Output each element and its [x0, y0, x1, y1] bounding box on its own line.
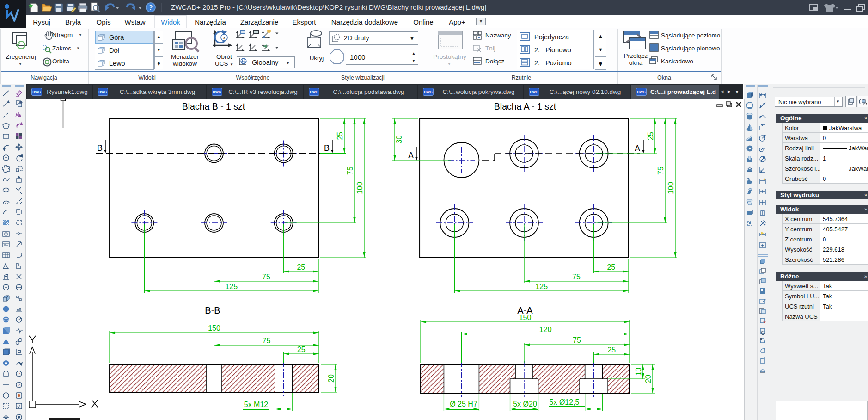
- svg-text:x: x: [223, 35, 226, 40]
- svg-text:150: 150: [208, 324, 220, 332]
- svg-text:30: 30: [395, 136, 403, 144]
- svg-text:25: 25: [336, 132, 344, 140]
- svg-text:75: 75: [572, 273, 581, 281]
- svg-text:B: B: [97, 143, 103, 153]
- svg-text:20: 20: [644, 375, 652, 383]
- svg-text:A: A: [635, 144, 640, 153]
- svg-text:5x Ø20: 5x Ø20: [513, 400, 537, 408]
- svg-text:?: ?: [18, 383, 20, 387]
- svg-text:25: 25: [297, 263, 305, 271]
- svg-text:100: 100: [356, 182, 364, 194]
- svg-text:75: 75: [263, 337, 271, 345]
- svg-text:Blacha A - 1 szt: Blacha A - 1 szt: [494, 101, 556, 111]
- svg-text:?: ?: [149, 4, 153, 11]
- svg-text:Blacha B - 1 szt: Blacha B - 1 szt: [182, 101, 245, 111]
- svg-text:75: 75: [262, 273, 270, 281]
- svg-text:75: 75: [657, 167, 665, 175]
- svg-text:25: 25: [647, 132, 654, 140]
- svg-text:25: 25: [607, 263, 615, 271]
- svg-text:125: 125: [535, 283, 548, 290]
- svg-text:75: 75: [573, 336, 581, 344]
- svg-text:20: 20: [327, 374, 335, 383]
- svg-text:B-B: B-B: [205, 305, 220, 315]
- svg-text:B: B: [324, 143, 330, 153]
- svg-text:P: P: [18, 372, 20, 376]
- svg-text:125: 125: [225, 283, 238, 290]
- svg-text:150: 150: [519, 314, 532, 321]
- svg-text:25: 25: [607, 346, 616, 354]
- svg-text:25: 25: [297, 346, 306, 353]
- svg-text:120: 120: [539, 326, 552, 334]
- svg-text:Ø 25 H7: Ø 25 H7: [450, 400, 477, 408]
- svg-text:5x M12: 5x M12: [244, 401, 269, 408]
- svg-text:10: 10: [635, 368, 642, 376]
- svg-text:5x Ø12,5: 5x Ø12,5: [550, 398, 580, 406]
- svg-text:1: 1: [762, 244, 764, 248]
- svg-text:A: A: [408, 151, 414, 160]
- svg-text:75: 75: [346, 167, 354, 175]
- svg-text:100: 100: [667, 182, 675, 194]
